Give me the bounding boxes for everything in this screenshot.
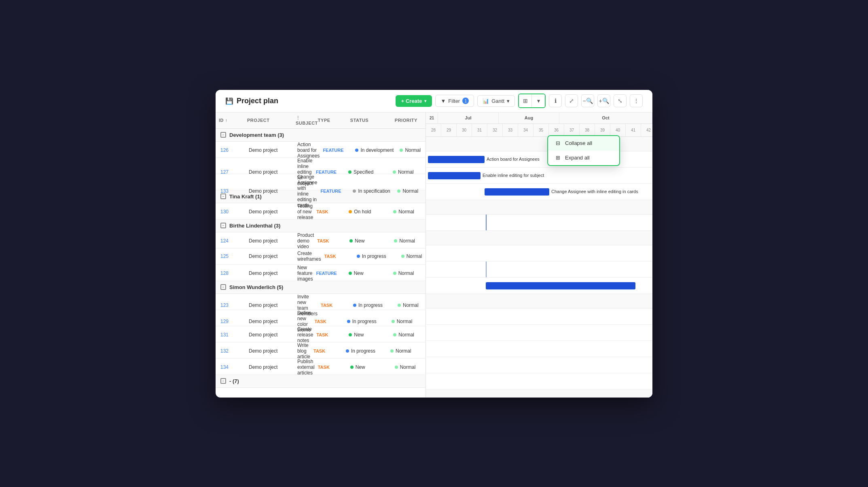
gantt-month-jul: Jul xyxy=(438,113,499,123)
row-id[interactable]: 127 xyxy=(219,169,247,175)
row-type: TASK xyxy=(319,303,351,308)
gantt-week-row: 28 29 30 31 32 33 34 35 36 37 38 39 40 4… xyxy=(426,124,652,137)
row-id[interactable]: 124 xyxy=(219,238,247,244)
fullscreen-button[interactable]: ⤡ xyxy=(614,94,627,107)
row-id[interactable]: 128 xyxy=(219,270,247,276)
row-status: New xyxy=(347,332,392,338)
row-project: Demo project xyxy=(247,364,296,370)
gantt-row-132 xyxy=(426,357,652,373)
table-row: 133 Demo project Change Assignee with in… xyxy=(216,174,426,190)
row-priority: Normal xyxy=(392,332,426,338)
row-project: Demo project xyxy=(247,188,296,194)
priority-dot xyxy=(400,149,403,152)
col-type: TYPE xyxy=(318,118,350,123)
row-id[interactable]: 129 xyxy=(219,319,247,324)
priority-dot xyxy=(390,349,394,353)
collapse-icon: ⊟ xyxy=(555,140,561,147)
row-project: Demo project xyxy=(247,332,296,338)
row-subject: Write blog article xyxy=(296,342,312,359)
gantt-row-124 xyxy=(426,245,652,262)
more-button[interactable]: ⋮ xyxy=(630,94,643,107)
row-type: TASK xyxy=(315,209,347,214)
gantt-row-123 xyxy=(426,308,652,325)
table-row: 128 Demo project New feature images FEAT… xyxy=(216,265,426,281)
gantt-week-34: 34 xyxy=(518,124,534,137)
zoom-in-button[interactable]: +🔍 xyxy=(597,94,610,107)
row-priority: Normal xyxy=(398,147,426,153)
group-collapse-icon[interactable]: − xyxy=(220,132,226,138)
gantt-group-row xyxy=(426,231,652,245)
layers-dropdown-button[interactable]: ▾ xyxy=(532,94,545,107)
gantt-week-28: 28 xyxy=(426,124,441,137)
priority-dot xyxy=(393,170,396,174)
gantt-bar-label: Change Assignee with inline editing in c… xyxy=(551,189,638,194)
row-id[interactable]: 133 xyxy=(219,188,247,194)
priority-dot xyxy=(393,210,396,213)
gantt-week-30: 30 xyxy=(457,124,472,137)
table-row: 131 Demo project Create release notes TA… xyxy=(216,326,426,342)
filter-button[interactable]: ▼ Filter 1 xyxy=(435,95,474,107)
row-status: In progress xyxy=(345,319,390,324)
row-status: In specification xyxy=(351,188,396,194)
col-subject: ⋮ SUBJECT xyxy=(296,115,318,125)
row-id[interactable]: 126 xyxy=(219,147,247,153)
info-button[interactable]: ℹ xyxy=(549,94,562,107)
table-row: 130 Demo project Testing of new release … xyxy=(216,203,426,219)
gantt-bar xyxy=(486,282,635,289)
gantt-week-40: 40 xyxy=(610,124,626,137)
priority-dot xyxy=(397,189,400,193)
view-controls-group: ⊞ ▾ xyxy=(518,94,546,108)
row-priority: Normal xyxy=(390,319,426,324)
gantt-week-39: 39 xyxy=(595,124,610,137)
resize-button[interactable]: ⤢ xyxy=(565,94,578,107)
group-collapse-icon[interactable]: − xyxy=(220,284,226,290)
gantt-row-127: Enable inline editing for subject xyxy=(426,168,652,184)
expand-all-item[interactable]: ⊞ Expand all xyxy=(548,151,619,165)
row-id[interactable]: 130 xyxy=(219,209,247,215)
row-id[interactable]: 132 xyxy=(219,348,247,354)
row-id[interactable]: 134 xyxy=(219,364,247,370)
layers-button[interactable]: ⊞ xyxy=(519,94,532,107)
filter-label: Filter xyxy=(448,98,460,104)
table-row: 132 Demo project Write blog article TASK… xyxy=(216,342,426,359)
row-type: TASK xyxy=(313,319,345,324)
table-row: 129 Demo project Define new color theme … xyxy=(216,310,426,326)
table-row: 124 Demo project Product demo video TASK… xyxy=(216,232,426,249)
group-collapse-icon[interactable]: − xyxy=(220,223,226,228)
gantt-label: Gantt xyxy=(491,98,504,104)
gantt-group-row xyxy=(426,389,652,398)
priority-dot xyxy=(394,239,397,242)
row-status: In development xyxy=(354,147,398,153)
page-title: Project plan xyxy=(237,97,278,105)
row-subject: Create wireframes xyxy=(296,251,323,262)
row-priority: Normal xyxy=(396,302,426,308)
table-panel: ID ↑ PROJECT ⋮ SUBJECT TYPE STATUS PRIOR… xyxy=(216,113,426,398)
status-dot xyxy=(349,272,352,275)
row-status: In progress xyxy=(344,348,389,354)
row-id[interactable]: 125 xyxy=(219,253,247,259)
status-dot xyxy=(349,239,353,242)
header-right: + Create ▾ ▼ Filter 1 📊 Gantt ▾ ⊞ ▾ ℹ ⤢ … xyxy=(396,94,643,108)
zoom-out-button[interactable]: −🔍 xyxy=(581,94,594,107)
row-project: Demo project xyxy=(247,319,296,324)
gantt-bar-label: Action board for Assignees xyxy=(487,157,540,162)
row-priority: Normal xyxy=(389,348,425,354)
gantt-week-36: 36 xyxy=(549,124,564,137)
group-collapse-icon[interactable]: − xyxy=(220,378,226,384)
priority-dot xyxy=(392,320,395,323)
row-id[interactable]: 131 xyxy=(219,332,247,338)
row-status: New xyxy=(348,238,392,244)
row-type: TASK xyxy=(323,254,355,259)
save-icon: 💾 xyxy=(225,97,233,105)
create-button[interactable]: + Create ▾ xyxy=(396,95,432,107)
row-id[interactable]: 123 xyxy=(219,302,247,308)
group-label: Birthe Lindenthal (3) xyxy=(229,223,280,229)
gantt-month-oct: Oct xyxy=(559,113,652,123)
gantt-month-21: 21 xyxy=(426,113,438,123)
gantt-week-29: 29 xyxy=(441,124,457,137)
row-subject: Testing of new release xyxy=(296,203,315,220)
gantt-button[interactable]: 📊 Gantt ▾ xyxy=(477,95,515,107)
row-project: Demo project xyxy=(247,348,296,354)
group-collapse-icon[interactable]: − xyxy=(220,194,226,199)
collapse-all-item[interactable]: ⊟ Collapse all xyxy=(548,136,619,151)
